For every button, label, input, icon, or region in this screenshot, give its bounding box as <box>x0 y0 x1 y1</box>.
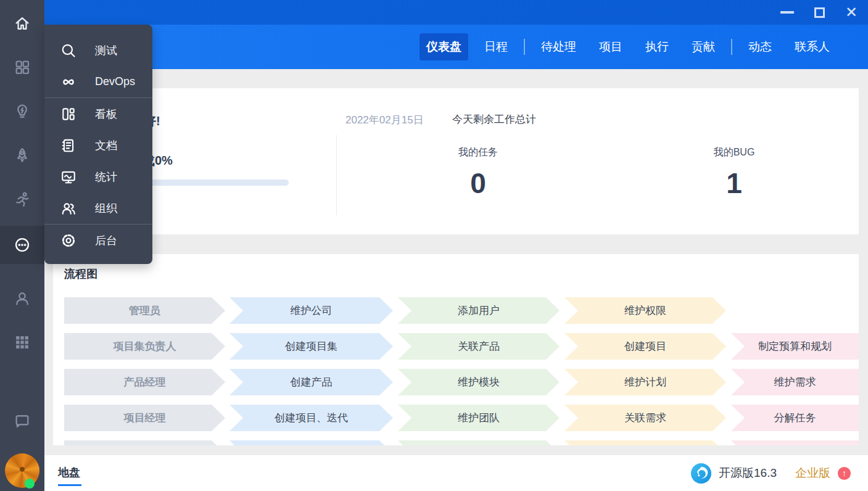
menu-item-admin[interactable]: 后台 <box>44 225 152 256</box>
menu-item-label: 组织 <box>95 201 117 216</box>
upgrade-link[interactable]: 企业版 <box>795 465 830 481</box>
flow-cell-step[interactable]: 维护权限 <box>564 297 726 324</box>
menu-item-label: 统计 <box>95 170 117 184</box>
online-status-dot <box>25 479 35 489</box>
menu-item-label: 后台 <box>95 233 117 248</box>
flow-cell-step[interactable]: 创建项目 <box>564 333 726 360</box>
flow-cell-step[interactable]: 创建项目集 <box>229 333 393 360</box>
flowchart-row-product-manager: 产品经理 创建产品 维护模块 维护计划 维护需求 <box>53 369 859 395</box>
nav-item-dashboard[interactable]: 仪表盘 <box>420 33 468 60</box>
search-icon <box>60 43 76 59</box>
minimize-icon <box>780 11 794 14</box>
flow-cell-step[interactable]: 关联需求 <box>564 405 726 431</box>
flow-cell-step <box>564 440 726 445</box>
menu-item-kanban[interactable]: 看板 <box>44 98 152 130</box>
flow-cell-step[interactable]: 关联产品 <box>398 333 560 360</box>
flowchart-title: 流程图 <box>64 266 97 281</box>
stat-label: 我的任务 <box>458 146 498 159</box>
sidebar <box>0 0 44 491</box>
footer-tab-home[interactable]: 地盘 <box>58 465 80 480</box>
nav-divider <box>731 39 732 55</box>
sidebar-item-apps[interactable] <box>14 59 31 76</box>
sidebar-item-ideas[interactable] <box>14 103 31 120</box>
flow-cell-step[interactable]: 添加用户 <box>398 297 560 324</box>
footer-tab-indicator <box>58 484 81 486</box>
flow-cell-step[interactable]: 维护需求 <box>731 369 859 395</box>
minimize-button[interactable] <box>779 4 795 20</box>
flow-cell-step <box>229 440 393 445</box>
menu-item-label: 测试 <box>95 43 117 58</box>
nav-item-calendar[interactable]: 日程 <box>477 33 515 60</box>
sidebar-item-execution[interactable] <box>14 191 31 208</box>
runner-icon <box>14 191 31 208</box>
flow-cell-step[interactable]: 维护模块 <box>398 369 560 395</box>
menu-item-test[interactable]: 测试 <box>44 35 152 66</box>
close-icon: ✕ <box>845 5 858 20</box>
summary-title: 今天剩余工作总计 <box>452 112 536 126</box>
chat-icon <box>14 413 31 430</box>
rocket-icon <box>14 147 31 164</box>
flow-cell-step[interactable]: 维护公司 <box>229 297 393 324</box>
nav-item-execution[interactable]: 执行 <box>639 33 676 60</box>
document-icon <box>60 138 76 154</box>
card-divider <box>336 135 337 215</box>
grid9-icon <box>14 334 31 351</box>
menu-item-label: 看板 <box>95 107 117 122</box>
menu-item-devops[interactable]: DevOps <box>44 66 152 97</box>
app-header: 仪表盘 日程 待处理 项目 执行 贡献 动态 联系人 <box>44 25 868 69</box>
flow-cell-step[interactable]: 创建产品 <box>229 369 393 395</box>
menu-item-label: DevOps <box>95 75 135 88</box>
version-text: 开源版16.3 <box>719 465 777 481</box>
nav-item-todo[interactable]: 待处理 <box>534 33 583 60</box>
flowchart-card: 流程图 管理员 维护公司 添加用户 维护权限 项目集负责人 创建项目集 关联产品… <box>53 254 859 445</box>
flowchart-row-program-lead: 项目集负责人 创建项目集 关联产品 创建项目 制定预算和规划 <box>53 333 859 360</box>
nav-divider <box>524 39 525 55</box>
sidebar-item-profile[interactable] <box>14 290 31 307</box>
flow-cell-role[interactable]: 产品经理 <box>64 369 225 395</box>
window-titlebar: ✕ <box>44 0 868 25</box>
sidebar-item-rocket[interactable] <box>14 147 31 164</box>
flowchart-rows: 管理员 维护公司 添加用户 维护权限 项目集负责人 创建项目集 关联产品 创建项… <box>53 297 859 445</box>
close-button[interactable]: ✕ <box>843 4 859 20</box>
idea-bulb-icon <box>14 103 31 120</box>
flow-cell-step[interactable]: 创建项目、迭代 <box>229 405 393 431</box>
nav-item-contacts[interactable]: 联系人 <box>788 33 837 60</box>
stat-my-bugs[interactable]: 我的BUG 1 <box>714 146 755 200</box>
flow-cell-step[interactable]: 维护计划 <box>564 369 726 395</box>
flow-cell-role[interactable]: 项目经理 <box>64 405 225 431</box>
nav-item-dynamic[interactable]: 动态 <box>742 33 779 60</box>
apps-grid-icon <box>14 59 31 76</box>
flowchart-row-partial <box>53 440 859 445</box>
date-text: 2022年02月15日 <box>345 113 424 127</box>
flow-cell-step[interactable]: 制定预算和规划 <box>731 333 859 360</box>
sidebar-item-more[interactable] <box>14 236 31 254</box>
menu-item-label: 文档 <box>95 138 117 153</box>
flow-cell-step <box>398 440 560 445</box>
stat-value: 0 <box>458 167 498 200</box>
sidebar-item-app-launcher[interactable] <box>14 334 31 351</box>
user-icon <box>14 290 31 307</box>
statistics-icon <box>60 169 76 185</box>
dashboard-summary-card: 好! 成0% 2022年02月15日 今天剩余工作总计 我的任务 0 我的BUG… <box>53 88 859 234</box>
flow-cell-role[interactable]: 项目集负责人 <box>64 333 225 360</box>
maximize-icon <box>814 7 825 18</box>
nav-item-project[interactable]: 项目 <box>592 33 629 60</box>
kanban-icon <box>60 106 76 122</box>
sidebar-item-home[interactable] <box>14 15 31 32</box>
sidebar-item-messages[interactable] <box>14 413 31 430</box>
menu-item-statistics[interactable]: 统计 <box>44 161 152 192</box>
flow-cell-step[interactable]: 分解任务 <box>731 405 859 431</box>
menu-item-docs[interactable]: 文档 <box>44 130 152 161</box>
more-icon <box>14 236 31 254</box>
admin-gear-icon <box>60 233 76 249</box>
menu-item-organization[interactable]: 组织 <box>44 192 152 224</box>
upgrade-arrow-icon[interactable]: ↑ <box>838 467 851 480</box>
flow-cell-role[interactable]: 管理员 <box>64 297 225 324</box>
maximize-button[interactable] <box>811 4 827 20</box>
stat-my-tasks[interactable]: 我的任务 0 <box>458 146 498 200</box>
organization-icon <box>60 200 76 217</box>
stat-value: 1 <box>714 167 755 200</box>
flow-cell-step[interactable]: 维护团队 <box>398 405 560 431</box>
nav-item-contribution[interactable]: 贡献 <box>685 33 722 60</box>
devops-infinity-icon <box>60 74 76 90</box>
